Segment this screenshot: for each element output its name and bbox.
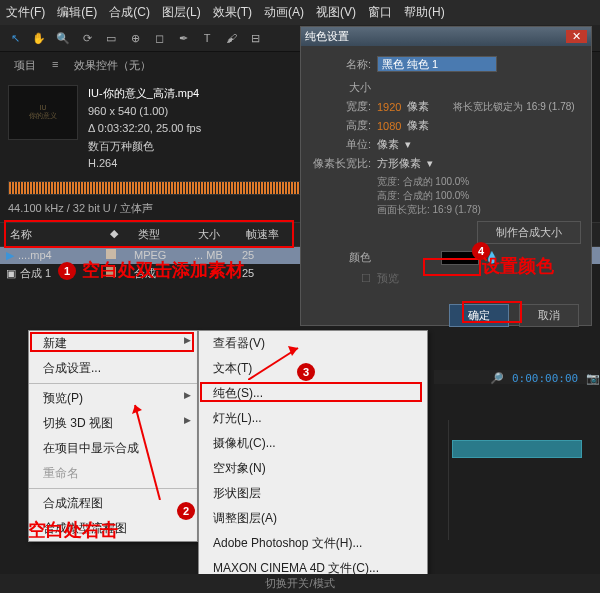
stamp-tool-icon[interactable]: ⊟ [246,29,264,47]
source-codec: H.264 [88,155,201,173]
solid-settings-dialog: 纯色设置 ✕ 名称: 大小 宽度:1920像素将长宽比锁定为 16:9 (1.7… [300,26,592,326]
annotation-box [423,258,481,276]
source-thumbnail: IU你的意义 [8,85,78,140]
dialog-titlebar: 纯色设置 ✕ [301,27,591,46]
ctx-item[interactable]: 切换 3D 视图 [29,411,197,436]
menu-item[interactable]: 窗口 [368,4,392,21]
tab-project[interactable]: 项目 [4,54,46,77]
source-title: IU-你的意义_高清.mp4 [88,85,201,103]
ctx-item: 重命名 [29,461,197,486]
pen-tool-icon[interactable]: ✒ [174,29,192,47]
shape-tool-icon[interactable]: ◻ [150,29,168,47]
text-tool-icon[interactable]: T [198,29,216,47]
ctx-item[interactable]: 摄像机(C)... [199,431,427,456]
ctx-item[interactable]: 在项目中显示合成 [29,436,197,461]
menubar: 文件(F)编辑(E)合成(C)图层(L)效果(T)动画(A)视图(V)窗口帮助(… [0,0,600,25]
annotation-badge-3: 3 [297,363,315,381]
ctx-item[interactable]: 预览(P) [29,386,197,411]
menu-item[interactable]: 动画(A) [264,4,304,21]
ctx-item[interactable]: 调整图层(A) [199,506,427,531]
close-icon[interactable]: ✕ [566,30,587,43]
unit-select[interactable]: 像素 [377,137,399,152]
play-icon: ▶ [6,249,14,262]
make-comp-size-button[interactable]: 制作合成大小 [477,221,581,244]
annotation-box [200,382,422,402]
timeline-tracks [448,420,598,540]
brush-tool-icon[interactable]: 🖌 [222,29,240,47]
zoom-tool-icon[interactable]: 🔍 [54,29,72,47]
height-value[interactable]: 1080 [377,120,401,132]
annotation-box [30,332,194,352]
source-colors: 数百万种颜色 [88,138,201,156]
annotation-text: 空白处双击添加素材 [82,258,244,282]
panel-menu-icon[interactable]: ≡ [48,54,62,77]
width-value[interactable]: 1920 [377,101,401,113]
camera-tool-icon[interactable]: ▭ [102,29,120,47]
cancel-button[interactable]: 取消 [519,304,579,327]
menu-item[interactable]: 编辑(E) [57,4,97,21]
source-duration: Δ 0:03:32:20, 25.00 fps [88,120,201,138]
menu-item[interactable]: 文件(F) [6,4,45,21]
ctx-item[interactable]: 形状图层 [199,481,427,506]
ctx-item[interactable]: Adobe Photoshop 文件(H)... [199,531,427,556]
ctx-item[interactable]: 合成流程图 [29,491,197,516]
annotation-box [462,301,522,323]
comp-icon: ▣ [6,267,16,280]
menu-item[interactable]: 效果(T) [213,4,252,21]
tab-effect-controls[interactable]: 效果控件（无） [64,54,161,77]
ctx-item[interactable]: 灯光(L)... [199,406,427,431]
annotation-box [4,220,294,248]
preview-controls: 🔎 0:00:00:00 📷 [490,372,600,385]
annotation-text: 空白处右击 [28,518,118,542]
annotation-text: 设置颜色 [482,254,554,278]
menu-item[interactable]: 帮助(H) [404,4,445,21]
timeline-footer[interactable]: 切换开关/模式 [0,574,600,593]
anchor-tool-icon[interactable]: ⊕ [126,29,144,47]
timecode-display[interactable]: 0:00:00:00 [512,372,578,385]
annotation-badge-1: 1 [58,262,76,280]
ctx-item[interactable]: 空对象(N) [199,456,427,481]
camera-icon[interactable]: 📷 [586,372,600,385]
hand-tool-icon[interactable]: ✋ [30,29,48,47]
source-meta: IU-你的意义_高清.mp4 960 x 540 (1.00) Δ 0:03:3… [88,85,201,173]
menu-item[interactable]: 合成(C) [109,4,150,21]
par-select[interactable]: 方形像素 [377,156,421,171]
menu-item[interactable]: 图层(L) [162,4,201,21]
rotate-tool-icon[interactable]: ⟳ [78,29,96,47]
selection-tool-icon[interactable]: ↖ [6,29,24,47]
ctx-item[interactable]: 查看器(V) [199,331,427,356]
ctx-item[interactable]: 合成设置... [29,356,197,381]
timeline-clip[interactable] [452,440,582,458]
annotation-badge-2: 2 [177,502,195,520]
menu-item[interactable]: 视图(V) [316,4,356,21]
source-dims: 960 x 540 (1.00) [88,103,201,121]
context-menu-main: 新建合成设置...预览(P)切换 3D 视图在项目中显示合成重命名合成流程图合成… [28,330,198,542]
solid-name-input[interactable] [377,56,497,72]
